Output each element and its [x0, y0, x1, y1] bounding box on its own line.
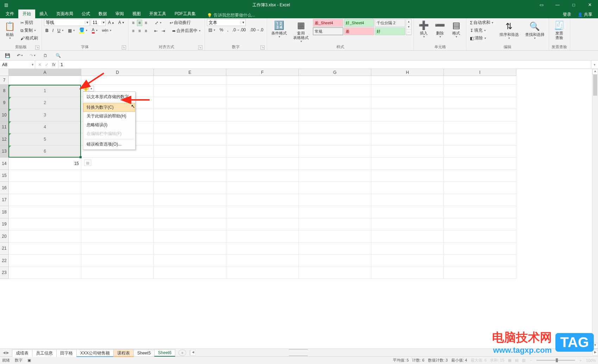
cell[interactable] [444, 267, 516, 279]
cell[interactable] [299, 182, 371, 194]
row-header[interactable]: 15 [0, 170, 9, 182]
col-header-E[interactable]: E [154, 69, 226, 76]
cell[interactable] [226, 85, 299, 97]
status-record-macro-icon[interactable]: ▣ [27, 358, 31, 363]
cell[interactable] [371, 146, 444, 158]
cell[interactable] [9, 243, 81, 255]
cell[interactable] [371, 267, 444, 279]
cell-styles-gallery[interactable]: 差_Sheet4 好_Sheet4 千位分隔 2 常规 差 好 [313, 19, 405, 35]
fill-button[interactable]: ↧填充▼ [468, 27, 495, 34]
cell[interactable] [154, 230, 226, 243]
merge-center-button[interactable]: ⬌合并后居中▼ [171, 27, 202, 34]
cell-A8[interactable]: 1 [9, 85, 81, 97]
cell[interactable] [226, 255, 299, 267]
cell[interactable] [154, 243, 226, 255]
row-header[interactable]: 19 [0, 218, 9, 231]
cell[interactable] [154, 109, 226, 121]
style-bad[interactable]: 差 [344, 27, 374, 35]
maximize-button[interactable]: □ [566, 0, 582, 10]
row-header[interactable]: 16 [0, 182, 9, 194]
cell[interactable] [226, 97, 299, 109]
enter-icon[interactable]: ✓ [45, 62, 49, 67]
cell[interactable] [81, 182, 154, 194]
tab-developer[interactable]: 开发工具 [145, 9, 170, 18]
cell[interactable] [371, 109, 444, 121]
row-header[interactable]: 13 [0, 146, 9, 158]
decrease-font-button[interactable]: A▼ [117, 19, 126, 26]
cell[interactable] [444, 109, 516, 121]
col-header-D[interactable]: D [81, 69, 154, 76]
cell[interactable] [444, 170, 516, 182]
cell-A12[interactable]: 5 [9, 133, 81, 146]
tab-formulas[interactable]: 公式 [77, 9, 94, 18]
redo-button[interactable]: ↷▼ [29, 52, 37, 59]
cell[interactable] [81, 230, 154, 243]
cell[interactable] [371, 97, 444, 109]
cell[interactable] [81, 218, 154, 231]
row-header[interactable]: 8 [0, 85, 9, 97]
format-cells-button[interactable]: ▤格式▼ [448, 19, 464, 39]
cell[interactable] [226, 206, 299, 218]
cell[interactable] [81, 194, 154, 206]
bold-button[interactable]: B [44, 27, 50, 34]
cell[interactable] [371, 158, 444, 170]
cell[interactable] [371, 243, 444, 255]
cell[interactable] [299, 194, 371, 206]
cell[interactable] [444, 158, 516, 170]
cell[interactable] [371, 121, 444, 134]
row-header[interactable]: 12 [0, 133, 9, 146]
cell[interactable] [299, 206, 371, 218]
row-header[interactable]: 17 [0, 194, 9, 206]
row-header[interactable]: 10 [0, 109, 9, 121]
cell[interactable] [444, 76, 516, 85]
phonetic-button[interactable]: wén▼ [100, 28, 113, 33]
cell[interactable] [154, 255, 226, 267]
style-bad-sheet4[interactable]: 差_Sheet4 [313, 19, 343, 27]
cell[interactable] [226, 218, 299, 231]
fill-color-button[interactable]: 🪣▼ [78, 27, 89, 34]
style-normal[interactable]: 常规 [313, 27, 343, 35]
dialog-launcher-icon[interactable]: ↘ [260, 45, 265, 50]
error-dropdown-button[interactable]: ▼ [89, 86, 94, 91]
tab-review[interactable]: 审阅 [111, 9, 128, 18]
tab-view[interactable]: 视图 [128, 9, 145, 18]
col-header-I[interactable]: I [444, 69, 516, 76]
cell[interactable] [226, 133, 299, 146]
sign-in-button[interactable]: 登录 [561, 11, 573, 18]
scroll-thumb[interactable] [593, 75, 597, 96]
chevron-down-icon[interactable]: ▼ [85, 21, 89, 24]
cell[interactable] [444, 255, 516, 267]
decrease-indent-button[interactable]: ⇤ [153, 28, 159, 34]
find-select-button[interactable]: 🔍查找和选择▼ [523, 19, 547, 42]
cell[interactable] [226, 158, 299, 170]
zoom-level[interactable]: 100% [586, 358, 596, 363]
dialog-launcher-icon[interactable]: ↘ [122, 45, 126, 50]
col-header-F[interactable]: F [226, 69, 299, 76]
sheet-tab[interactable]: 田字格 [56, 349, 77, 357]
cells-area[interactable]: 1 2 3 4 5 6 15 ! ▼ ▦ 以文本形式存储的数字 [9, 76, 598, 349]
align-top-button[interactable]: ≡ [131, 20, 136, 26]
tab-home[interactable]: 开始 [18, 9, 35, 18]
cell[interactable] [371, 194, 444, 206]
cell[interactable] [371, 182, 444, 194]
cell[interactable] [444, 97, 516, 109]
increase-indent-button[interactable]: ⇥ [160, 28, 166, 34]
scroll-left-button[interactable]: ◀ [190, 350, 196, 356]
cell[interactable] [299, 133, 371, 146]
cell[interactable] [81, 255, 154, 267]
cell[interactable] [9, 170, 81, 182]
zoom-thumb[interactable] [556, 358, 558, 362]
cell[interactable] [299, 121, 371, 134]
cell[interactable] [444, 182, 516, 194]
cell[interactable] [444, 206, 516, 218]
col-header-H[interactable]: H [371, 69, 444, 76]
cell[interactable] [444, 85, 516, 97]
underline-button[interactable]: U▼ [56, 27, 65, 34]
align-middle-button[interactable]: ≡ [137, 20, 142, 26]
cell[interactable] [444, 243, 516, 255]
menu-item-convert-to-number[interactable]: 转换为数字(C) [83, 103, 135, 112]
wrap-text-button[interactable]: ↩自动换行 [168, 19, 192, 26]
share-button[interactable]: 👤 共享 [575, 11, 594, 18]
cell[interactable] [154, 76, 226, 85]
cell[interactable] [81, 158, 154, 170]
